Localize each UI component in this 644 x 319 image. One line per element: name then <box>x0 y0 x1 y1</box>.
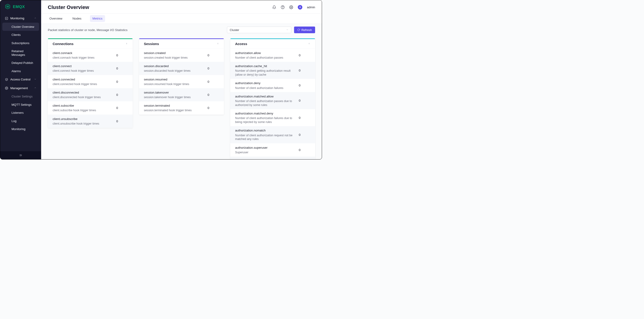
metric-desc: Number of client authorization passes <box>235 56 299 60</box>
metric-value: 0 <box>299 116 310 120</box>
metric-value: 0 <box>299 148 310 152</box>
metric-value: 0 <box>299 84 310 87</box>
metric-row: authorization.matched.denyNumber of clie… <box>230 109 315 126</box>
metric-row: authorization.cache_hitNumber of client … <box>230 62 315 78</box>
sidebar-item[interactable]: Clients <box>0 31 41 39</box>
nav-group-monitoring[interactable]: Monitoring <box>0 14 41 23</box>
bell-icon[interactable] <box>272 5 276 9</box>
metric-desc: Number of client authorization request n… <box>235 133 299 141</box>
metric-value: 0 <box>208 106 219 110</box>
nav-group-access-control[interactable]: Access Control <box>0 75 41 84</box>
sidebar-item[interactable]: Listeners <box>0 109 41 117</box>
scope-select[interactable]: Cluster <box>227 27 291 33</box>
avatar[interactable]: A <box>298 5 302 10</box>
metrics-card: Connectionsclient.connackclient.connack … <box>48 38 132 128</box>
sidebar: EMQX Monitoring Cluster OverviewClientsS… <box>0 0 41 159</box>
sidebar-item[interactable]: MQTT Settings <box>0 101 41 109</box>
metric-row: client.unsubscribeclient.unsubscribe hoo… <box>48 114 132 128</box>
metric-label: client.disconnected <box>53 90 116 94</box>
metric-row: client.disconnectedclient.disconnected h… <box>48 88 132 101</box>
metric-label: session.created <box>144 51 208 55</box>
brand-text: EMQX <box>13 4 25 9</box>
metric-label: authorization.matched.allow <box>235 94 299 98</box>
metric-desc: client.connack hook trigger times <box>53 56 116 60</box>
card-title: Sessions <box>144 42 159 46</box>
tab[interactable]: Metrics <box>90 15 105 22</box>
brand: EMQX <box>0 0 41 13</box>
metric-desc: client.subscribe hook trigger times <box>53 108 116 112</box>
metric-value: 0 <box>208 53 219 57</box>
metric-value: 0 <box>208 80 219 84</box>
metric-label: authorization.deny <box>235 81 299 85</box>
main: Cluster Overview A admin OverviewNodesMe… <box>41 0 322 159</box>
sidebar-item[interactable]: Retained Messages <box>0 47 41 59</box>
sort-icon[interactable] <box>217 42 219 45</box>
sidebar-item[interactable]: Log <box>0 117 41 125</box>
metric-label: client.connect <box>53 64 116 68</box>
metric-row: client.subscribeclient.subscribe hook tr… <box>48 101 132 114</box>
nav-group-management[interactable]: Management <box>0 84 41 92</box>
metric-label: authorization.superuser <box>235 146 299 150</box>
metric-row: authorization.denyNumber of client autho… <box>230 79 315 92</box>
gear-icon <box>5 86 8 90</box>
metric-value: 0 <box>116 53 128 57</box>
sort-icon[interactable] <box>126 42 128 45</box>
sort-icon[interactable] <box>308 42 310 45</box>
metric-value: 0 <box>208 66 219 70</box>
sidebar-item[interactable]: Subscriptions <box>0 39 41 47</box>
scope-select-value: Cluster <box>230 28 239 32</box>
tab[interactable]: Overview <box>48 14 64 24</box>
metric-desc: client.unsubscribe hook trigger times <box>53 122 116 126</box>
metric-label: session.takenover <box>144 90 208 94</box>
metric-row: client.auth.anonymousNumber of clients w… <box>230 156 315 159</box>
metric-row: client.connectclient.connect hook trigge… <box>48 62 132 75</box>
metric-value: 0 <box>299 99 310 102</box>
metric-row: session.takenoversession.takenover hook … <box>139 88 224 101</box>
metric-desc: session.takenover hook trigger times <box>144 95 208 99</box>
metric-row: session.createdsession.created hook trig… <box>139 48 224 62</box>
brand-icon <box>5 4 10 10</box>
metric-desc: session.discarded hook trigger times <box>144 69 208 73</box>
metrics-card: Accessauthorization.allowNumber of clien… <box>230 38 315 160</box>
metric-value: 0 <box>299 68 310 72</box>
sidebar-item[interactable]: Monitoring <box>0 125 41 133</box>
svg-point-8 <box>6 88 7 89</box>
card-header: Access <box>230 39 315 49</box>
sidebar-nav: Monitoring Cluster OverviewClientsSubscr… <box>0 13 41 151</box>
metric-label: client.auth.anonymous <box>235 158 299 159</box>
metric-row: client.connectedclient.connected hook tr… <box>48 75 132 88</box>
metric-value: 0 <box>116 106 128 110</box>
metric-label: session.resumed <box>144 77 208 81</box>
chevron-down-icon <box>286 28 288 32</box>
tab[interactable]: Nodes <box>71 14 83 24</box>
metric-row: authorization.matched.allowNumber of cli… <box>230 92 315 109</box>
chevron-up-icon <box>34 16 36 20</box>
username[interactable]: admin <box>307 6 315 9</box>
sidebar-item[interactable]: Alarms <box>0 67 41 76</box>
metric-value: 0 <box>208 93 219 96</box>
settings-icon[interactable] <box>289 5 293 9</box>
card-rows: client.connackclient.connack hook trigge… <box>48 48 132 128</box>
sidebar-item[interactable]: Cluster Overview <box>2 23 39 31</box>
refresh-button[interactable]: Refresh <box>294 27 315 33</box>
page-title: Cluster Overview <box>48 4 89 10</box>
chevron-up-icon <box>34 86 36 90</box>
card-rows: authorization.allowNumber of client auth… <box>230 48 315 159</box>
help-icon[interactable] <box>281 5 285 9</box>
card-title: Connections <box>53 42 74 46</box>
metric-row: session.discardedsession.discarded hook … <box>139 62 224 75</box>
sidebar-item[interactable]: Cluster Settings <box>0 92 41 101</box>
card-title: Access <box>235 42 247 46</box>
metric-desc: Number of client getting authorization r… <box>235 69 299 76</box>
metric-value: 0 <box>116 119 128 123</box>
metric-desc: session.terminated hook trigger times <box>144 108 208 112</box>
metric-label: client.subscribe <box>53 104 116 108</box>
metric-label: authorization.cache_hit <box>235 64 299 68</box>
collapse-sidebar-button[interactable] <box>0 151 41 159</box>
refresh-icon <box>297 28 300 31</box>
metric-label: session.terminated <box>144 104 208 108</box>
sidebar-item[interactable]: Delayed Publish <box>0 59 41 67</box>
metric-row: authorization.allowNumber of client auth… <box>230 48 315 62</box>
card-header: Connections <box>48 39 132 49</box>
dashboard-icon <box>5 16 8 20</box>
